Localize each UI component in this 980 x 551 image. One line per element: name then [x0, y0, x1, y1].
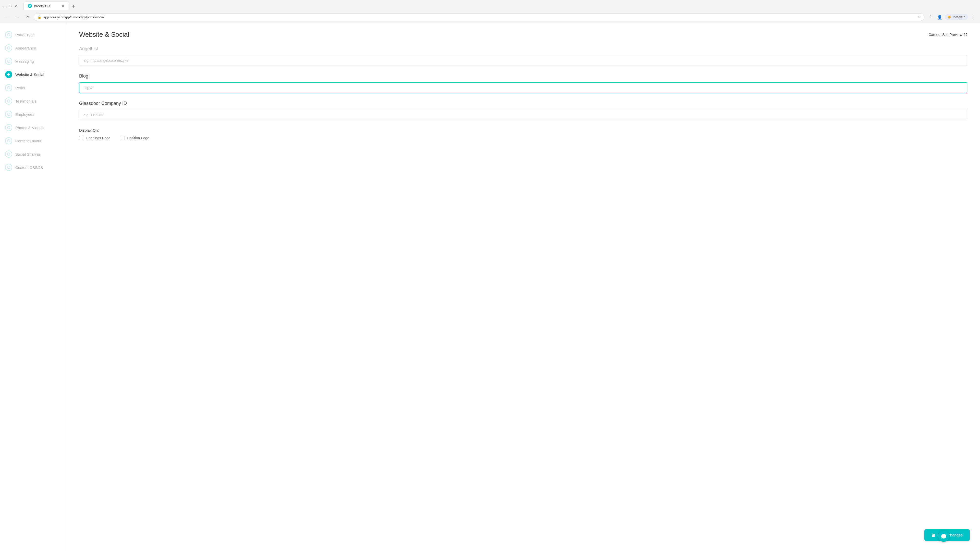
svg-point-11: [7, 153, 10, 156]
checkboxes-row: Openings Page Position Page: [79, 136, 967, 140]
svg-point-8: [7, 113, 10, 116]
sidebar-item-testimonials[interactable]: Testimonials: [0, 94, 66, 108]
page-header: Website & Social Careers Site Preview: [79, 30, 967, 38]
sidebar-label-social-sharing: Social Sharing: [15, 152, 40, 156]
glassdoor-section: Glassdoor Company ID: [79, 101, 967, 121]
sidebar-item-portal-type[interactable]: Portal Type: [0, 28, 66, 41]
sidebar-icon-appearance: [5, 44, 12, 52]
new-tab-button[interactable]: +: [70, 3, 77, 10]
reload-button[interactable]: ↻: [24, 13, 32, 21]
title-bar: — □ ✕ B Breezy HR ✕ +: [0, 0, 980, 11]
display-on-label: Display On:: [79, 128, 967, 132]
openings-page-checkbox[interactable]: [79, 136, 83, 140]
svg-point-0: [7, 33, 10, 36]
sidebar-icon-website-social: [5, 71, 12, 78]
svg-point-6: [7, 86, 10, 89]
sidebar: Portal Type Appearance Messaging Website…: [0, 23, 66, 551]
sidebar-item-appearance[interactable]: Appearance: [0, 41, 66, 55]
chat-bubble-button[interactable]: [938, 530, 950, 542]
sidebar-label-testimonials: Testimonials: [15, 99, 37, 103]
active-tab[interactable]: B Breezy HR ✕: [24, 2, 69, 10]
forward-button[interactable]: →: [13, 13, 21, 21]
angellist-input[interactable]: [79, 55, 967, 66]
chat-icon: [941, 534, 947, 539]
glassdoor-input[interactable]: [79, 110, 967, 121]
blog-label: Blog: [79, 73, 967, 79]
close-button[interactable]: ✕: [14, 4, 18, 8]
sidebar-item-content-layout[interactable]: Content Layout: [0, 134, 66, 148]
tabs-bar: B Breezy HR ✕ +: [21, 2, 80, 10]
page-title: Website & Social: [79, 30, 129, 38]
sidebar-label-custom-css-js: Custom CSS/JS: [15, 165, 43, 170]
browser-right-buttons: ◊ 👤 😿 Incognito ⋮: [926, 13, 977, 21]
sidebar-icon-portal-type: [5, 31, 12, 38]
incognito-icon: 😿: [947, 15, 951, 19]
sidebar-icon-content-layout: [5, 137, 12, 144]
sidebar-item-messaging[interactable]: Messaging: [0, 55, 66, 68]
angellist-label: AngelList: [79, 46, 967, 52]
maximize-button[interactable]: □: [9, 4, 13, 8]
sidebar-label-appearance: Appearance: [15, 46, 36, 50]
lock-icon: 🔒: [38, 15, 41, 19]
bookmark-icon[interactable]: ☆: [917, 15, 921, 19]
sidebar-label-portal-type: Portal Type: [15, 33, 35, 37]
address-text: app.breezy.hr/app/c/moodjoy/portal/socia…: [43, 15, 105, 19]
nav-bar: ← → ↻ 🔒 app.breezy.hr/app/c/moodjoy/port…: [0, 11, 980, 23]
sidebar-item-social-sharing[interactable]: Social Sharing: [0, 148, 66, 161]
tab-label: Breezy HR: [34, 4, 50, 8]
sidebar-icon-employees: [5, 111, 12, 118]
sidebar-label-photos-videos: Photos & Videos: [15, 125, 44, 130]
blog-input[interactable]: [79, 83, 967, 93]
address-right-icons: ☆: [917, 15, 921, 19]
main-content: Website & Social Careers Site Preview An…: [66, 23, 980, 551]
app-layout: Portal Type Appearance Messaging Website…: [0, 23, 980, 551]
svg-point-7: [7, 100, 10, 102]
sidebar-label-content-layout: Content Layout: [15, 139, 41, 143]
incognito-badge: 😿 Incognito: [945, 14, 968, 20]
sidebar-icon-perks: [5, 84, 12, 91]
openings-page-label: Openings Page: [86, 136, 110, 140]
window-controls: — □ ✕: [3, 4, 18, 8]
tab-favicon: B: [28, 4, 32, 8]
svg-point-10: [7, 140, 10, 142]
menu-button[interactable]: ⋮: [969, 13, 977, 21]
glassdoor-label: Glassdoor Company ID: [79, 101, 967, 106]
sidebar-item-photos-videos[interactable]: Photos & Videos: [0, 121, 66, 134]
sidebar-icon-custom-css-js: [5, 164, 12, 171]
save-icon: [932, 533, 935, 537]
external-link-icon: [964, 33, 967, 37]
back-button[interactable]: ←: [3, 13, 11, 21]
position-page-checkbox[interactable]: [121, 136, 125, 140]
sidebar-icon-social-sharing: [5, 151, 12, 158]
tab-close-button[interactable]: ✕: [61, 4, 65, 8]
sidebar-item-custom-css-js[interactable]: Custom CSS/JS: [0, 161, 66, 174]
sidebar-icon-photos-videos: [5, 124, 12, 131]
sidebar-item-perks[interactable]: Perks: [0, 81, 66, 94]
sidebar-item-employees[interactable]: Employees: [0, 108, 66, 121]
sidebar-label-website-social: Website & Social: [15, 73, 44, 77]
sidebar-icon-messaging: [5, 58, 12, 65]
svg-point-12: [7, 166, 10, 168]
sidebar-label-perks: Perks: [15, 86, 25, 90]
careers-site-preview-link[interactable]: Careers Site Preview: [929, 33, 967, 37]
position-page-checkbox-item[interactable]: Position Page: [121, 136, 149, 140]
svg-point-2: [7, 60, 10, 62]
extensions-button[interactable]: ◊: [926, 13, 935, 21]
svg-point-9: [7, 126, 10, 129]
incognito-label: Incognito: [953, 15, 965, 19]
sidebar-item-website-social[interactable]: Website & Social: [0, 68, 66, 81]
svg-point-1: [7, 47, 10, 49]
position-page-label: Position Page: [127, 136, 149, 140]
profile-button[interactable]: 👤: [935, 13, 944, 21]
sidebar-label-messaging: Messaging: [15, 59, 34, 64]
minimize-button[interactable]: —: [3, 4, 7, 8]
address-bar[interactable]: 🔒 app.breezy.hr/app/c/moodjoy/portal/soc…: [34, 13, 924, 21]
browser-chrome: — □ ✕ B Breezy HR ✕ + ← → ↻ 🔒 app.breezy…: [0, 0, 980, 23]
blog-section: Blog: [79, 73, 967, 93]
openings-page-checkbox-item[interactable]: Openings Page: [79, 136, 110, 140]
sidebar-icon-testimonials: [5, 97, 12, 105]
display-on-section: Display On: Openings Page Position Page: [79, 128, 967, 140]
angellist-section: AngelList: [79, 46, 967, 66]
sidebar-label-employees: Employees: [15, 112, 34, 117]
careers-preview-label: Careers Site Preview: [929, 33, 963, 37]
